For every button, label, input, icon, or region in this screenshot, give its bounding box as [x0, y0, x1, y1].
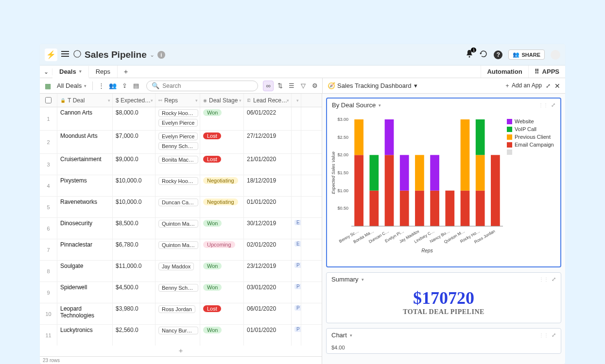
rep-chip[interactable]: Benny Schwartz: [158, 284, 198, 292]
column-header-stage[interactable]: ◉ Deal Stage ▾: [200, 94, 244, 107]
dashboard-card-deal-source[interactable]: By Deal Source ▾ ⋮⋮ ⤢ $0.50$1.00$1.50$2.…: [326, 98, 561, 267]
cell-source[interactable]: [292, 131, 301, 153]
rep-chip[interactable]: Benny Schwartz: [158, 142, 198, 150]
add-tab-button[interactable]: ＋: [118, 67, 134, 76]
automation-button[interactable]: Automation: [481, 66, 528, 78]
cell-expected[interactable]: $8,000.0: [113, 107, 156, 130]
cell-stage[interactable]: Lost: [200, 131, 244, 153]
cell-reps[interactable]: Jay Maddox: [156, 261, 200, 281]
rep-chip[interactable]: Jay Maddox: [158, 263, 194, 270]
cell-expected[interactable]: $7,000.0: [113, 131, 156, 153]
cell-date[interactable]: 30/12/2019: [244, 218, 292, 239]
collapse-left-chevron[interactable]: ⌄: [40, 68, 52, 75]
avatar[interactable]: [551, 50, 560, 60]
view-selector[interactable]: All Deals▾: [54, 81, 89, 90]
chevron-down-icon[interactable]: ▾: [296, 98, 299, 103]
chevron-down-icon[interactable]: ▾: [151, 98, 153, 103]
cell-date[interactable]: 06/01/2022: [244, 107, 292, 130]
cell-date[interactable]: 06/01/2020: [244, 303, 292, 324]
table-row[interactable]: 8 Soulgate $11,000.0 Jay Maddox Won 23/1…: [40, 261, 322, 282]
cell-stage[interactable]: Negotiating: [200, 175, 244, 196]
cell-deal[interactable]: Cruisertainment: [57, 154, 113, 175]
search-input-wrapper[interactable]: 🔍: [146, 81, 258, 91]
cell-date[interactable]: 27/12/2019: [244, 131, 292, 153]
table-row[interactable]: 6 Dinosecurity $8,500.0 Quinton Marti… W…: [40, 218, 322, 239]
cell-reps[interactable]: Benny Schwartz: [156, 282, 200, 303]
column-header-expected[interactable]: $ Expected … ▾: [113, 94, 156, 107]
cell-stage[interactable]: Won: [200, 218, 244, 239]
share-button[interactable]: 👥 SHARE: [508, 50, 545, 60]
cell-reps[interactable]: Quinton Marti…: [156, 218, 200, 239]
cell-expected[interactable]: $6,780.0: [113, 239, 156, 260]
tab-reps[interactable]: Reps: [89, 66, 118, 78]
cell-deal[interactable]: Luckytronics: [57, 325, 113, 346]
cell-expected[interactable]: $10,000.0: [113, 175, 156, 196]
dashboard-card-chart2[interactable]: Chart ▾ ⋮⋮ ⤢ $4.00: [326, 328, 561, 354]
cell-date[interactable]: 18/12/2019: [244, 175, 292, 196]
apps-button[interactable]: ⠿ APPS: [528, 66, 565, 78]
table-row[interactable]: 2 Moondust Arts $7,000.0 Evelyn PierceBe…: [40, 131, 322, 154]
rep-chip[interactable]: Duncan Castro: [158, 199, 198, 206]
chevron-down-icon[interactable]: ▾: [195, 98, 198, 103]
collaborator-icon[interactable]: 👥: [107, 81, 118, 91]
table-row[interactable]: 11 Luckytronics $2,560.0 Nancy Burnett W…: [40, 325, 322, 346]
cell-reps[interactable]: Rocky Hooper: [156, 175, 200, 196]
cell-expected[interactable]: $4,500.0: [113, 282, 156, 303]
row-checkbox-header[interactable]: [40, 94, 57, 107]
cell-date[interactable]: 01/01/2020: [244, 197, 292, 217]
expand-icon[interactable]: ⤢: [551, 102, 555, 108]
cell-stage[interactable]: Lost: [200, 154, 244, 175]
table-row[interactable]: 7 Pinnaclestar $6,780.0 Quinton Marti… U…: [40, 239, 322, 261]
expand-icon[interactable]: ⤢: [546, 83, 551, 89]
cell-stage[interactable]: Negotiating: [200, 197, 244, 217]
cell-deal[interactable]: Leopard Technologies: [57, 303, 113, 324]
cell-source[interactable]: [292, 154, 301, 175]
cell-reps[interactable]: Duncan Castro: [156, 197, 200, 217]
cell-deal[interactable]: Dinosecurity: [57, 218, 113, 239]
card-view-icon[interactable]: ▤: [131, 81, 141, 91]
export-icon[interactable]: ⇪: [119, 81, 130, 91]
table-row[interactable]: 9 Spiderwell $4,500.0 Benny Schwartz Won…: [40, 282, 322, 303]
cell-stage[interactable]: Won: [200, 107, 244, 130]
rep-chip[interactable]: Quinton Marti…: [158, 220, 198, 228]
cell-stage[interactable]: Won: [200, 261, 244, 281]
tab-deals[interactable]: Deals▾: [52, 66, 89, 78]
chevron-down-icon[interactable]: ▾: [379, 103, 381, 108]
expand-icon[interactable]: ⤢: [552, 332, 556, 338]
cell-expected[interactable]: $11,000.0: [113, 261, 156, 281]
cell-source[interactable]: P: [292, 325, 301, 346]
cell-stage[interactable]: Won: [200, 282, 244, 303]
select-all-checkbox[interactable]: [45, 97, 52, 103]
cell-deal[interactable]: Ravenetworks: [57, 197, 113, 217]
chevron-down-icon[interactable]: ▾: [108, 98, 110, 103]
cell-reps[interactable]: Ross Jordan: [156, 303, 200, 324]
cell-date[interactable]: 03/01/2020: [244, 282, 292, 303]
close-icon[interactable]: ✕: [554, 82, 560, 90]
cell-expected[interactable]: $10,000.0: [113, 197, 156, 217]
rep-chip[interactable]: Nancy Burnett: [158, 327, 198, 334]
cell-expected[interactable]: $8,500.0: [113, 218, 156, 239]
cell-source[interactable]: P: [292, 282, 301, 303]
column-header-lead-received[interactable]: 🗓 Lead Receive… ▾: [244, 94, 292, 107]
rep-chip[interactable]: Bonita Macdo…: [158, 156, 198, 164]
cell-deal[interactable]: Pixystems: [57, 175, 113, 196]
expand-icon[interactable]: ⤢: [552, 276, 556, 282]
rep-chip[interactable]: Ross Jordan: [158, 305, 195, 313]
cell-reps[interactable]: Evelyn PierceBenny Schwartz: [156, 131, 200, 153]
cell-stage[interactable]: Won: [200, 325, 244, 346]
column-header-reps[interactable]: ⚯ Reps ▾: [156, 94, 200, 107]
sort-icon[interactable]: ⇅: [275, 81, 285, 91]
cell-expected[interactable]: $2,560.0: [113, 325, 156, 346]
cell-deal[interactable]: Spiderwell: [57, 282, 113, 303]
column-header-source[interactable]: ▾: [292, 94, 301, 107]
cell-deal[interactable]: Moondust Arts: [57, 131, 113, 153]
cell-date[interactable]: 01/01/2020: [244, 325, 292, 346]
cell-source[interactable]: [292, 107, 301, 130]
cell-stage[interactable]: Lost: [200, 303, 244, 324]
settings-icon[interactable]: ⚙: [310, 81, 320, 91]
chevron-down-icon[interactable]: ▾: [287, 98, 289, 103]
chevron-down-icon[interactable]: ▾: [362, 277, 364, 282]
cell-reps[interactable]: Quinton Marti…: [156, 239, 200, 260]
drag-handle-icon[interactable]: ⋮⋮: [538, 102, 548, 108]
info-icon[interactable]: i: [157, 51, 165, 59]
